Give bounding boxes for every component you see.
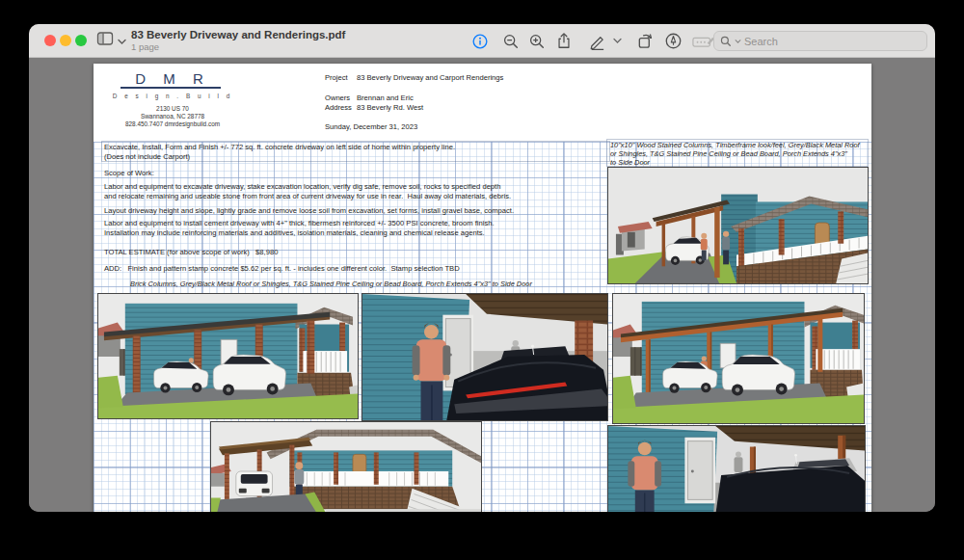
scope1-line1: Labor and equipment to excavate driveway… <box>104 182 500 192</box>
minimize-button[interactable] <box>60 35 71 46</box>
toolbar <box>468 24 716 58</box>
under-carport-closeup-wood-rendering <box>607 425 866 512</box>
markup-pen-icon <box>588 33 606 50</box>
logo-tagline: D e s i g n . B u i l d <box>111 92 234 100</box>
carport-porch-perspective-rendering <box>607 167 869 284</box>
address-label: Address <box>325 103 357 113</box>
note-bottom: Brick Columns, Grey/Black Metal Roof or … <box>130 280 532 288</box>
total-estimate: TOTAL ESTIMATE (for above scope of work)… <box>104 248 278 257</box>
markup-chevron-icon <box>613 38 622 44</box>
project-value: 83 Beverly Driveway and Carport Renderin… <box>357 73 503 83</box>
zoom-in-button[interactable] <box>524 30 549 53</box>
search-placeholder: Search <box>744 36 778 47</box>
owners-label: Owners <box>325 93 357 103</box>
zoom-out-button[interactable] <box>498 30 523 53</box>
under-carport-closeup-brick-rendering <box>362 293 608 421</box>
logo-name: D M R <box>111 71 234 87</box>
search-icon <box>720 36 732 47</box>
add-option: ADD: Finish and pattern stamp concrete $… <box>104 264 460 274</box>
screenshot: 83 Beverly Driveway and Renderings.pdf 1… <box>0 0 964 560</box>
close-button[interactable] <box>44 35 56 46</box>
chevron-down-icon <box>118 32 126 49</box>
pdf-viewport[interactable]: D M R D e s i g n . B u i l d 2130 US 70… <box>29 59 935 512</box>
zoom-in-icon <box>528 33 546 50</box>
zoom-out-icon <box>502 33 520 50</box>
carport-wood-columns-side-rendering <box>612 293 865 424</box>
sidebar-icon <box>96 31 114 50</box>
scope-heading: Scope of Work: <box>104 169 154 178</box>
autofill-icon <box>692 34 715 49</box>
annotate-button[interactable] <box>660 30 685 53</box>
scope3-line1: Labor and equipment to install cement dr… <box>104 219 495 228</box>
logo-address: 2130 US 70 Swannanoa, NC 28778 828.450.7… <box>111 105 234 128</box>
share-icon <box>555 32 573 50</box>
annotate-circle-icon <box>664 32 683 50</box>
dmr-logo: D M R D e s i g n . B u i l d 2130 US 70… <box>111 71 234 128</box>
intro-line1: Excavcate, Install, Form and Finish +/- … <box>104 143 455 152</box>
note-tr-line3: to Side Door <box>610 158 650 167</box>
search-chevron-icon <box>735 39 741 44</box>
window-title-block: 83 Beverly Driveway and Renderings.pdf 1… <box>131 28 345 52</box>
owners-value: Brennan and Eric <box>357 93 414 103</box>
info-button[interactable] <box>468 30 493 53</box>
search-input[interactable]: Search <box>713 31 927 51</box>
scope1-line2: and relocate remaining and useable stone… <box>104 192 511 201</box>
note-tr-line2: or Shingles, T&G Stained Pine Ceiling or… <box>610 149 847 158</box>
logo-rule <box>120 87 221 89</box>
markup-menu-button[interactable] <box>609 30 625 53</box>
window-title: 83 Beverly Driveway and Renderings.pdf <box>131 28 345 41</box>
intro-line2: (Does not include Carport) <box>104 152 190 162</box>
address-value: 83 Beverly Rd. West <box>357 103 423 113</box>
project-label: Project <box>325 73 357 83</box>
carport-brick-columns-side-rendering <box>97 293 359 419</box>
info-icon <box>471 33 489 50</box>
preview-window: 83 Beverly Driveway and Renderings.pdf 1… <box>29 24 935 512</box>
scope2-line: Layout driveway height and slope, lightl… <box>104 206 514 216</box>
pdf-page: D M R D e s i g n . B u i l d 2130 US 70… <box>94 64 871 512</box>
figure-1 <box>701 233 708 261</box>
rotate-button[interactable] <box>632 30 657 53</box>
titlebar: 83 Beverly Driveway and Renderings.pdf 1… <box>29 24 935 58</box>
sidebar-toggle[interactable] <box>96 31 126 50</box>
project-meta: Project83 Beverly Driveway and Carport R… <box>325 73 503 132</box>
note-tr-line1: 10"x10" Wood Stained Columns, Timberfram… <box>610 141 860 149</box>
scope3-line2: Installation may include reinforcing mat… <box>104 228 485 238</box>
share-button[interactable] <box>551 30 576 53</box>
house-front-overview-rendering <box>210 421 482 512</box>
page-count: 1 page <box>131 41 345 52</box>
rotate-icon <box>636 32 655 50</box>
markup-button[interactable] <box>584 30 609 53</box>
zoom-window-button[interactable] <box>75 35 87 46</box>
date-value: Sunday, December 31, 2023 <box>325 122 417 132</box>
